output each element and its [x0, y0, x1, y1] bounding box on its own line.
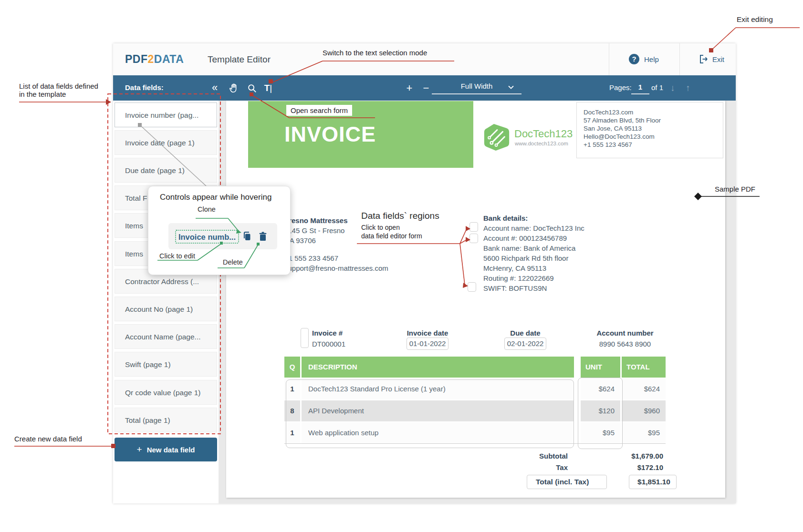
- sidebar-item-invoice-date[interactable]: Invoice date (page 1): [115, 130, 217, 155]
- toolbar: Data fields: « T| + − Full Width Pages: …: [113, 75, 736, 101]
- collapse-sidebar-icon[interactable]: «: [209, 82, 221, 94]
- new-data-field-button[interactable]: +New data field: [115, 438, 217, 461]
- pages-label: Pages:: [609, 83, 632, 92]
- popup-click-to-edit-label: Click to edit: [159, 252, 195, 260]
- annotation-exit-editing: Exit editing: [737, 15, 773, 24]
- table-cell: $624: [622, 379, 666, 399]
- popup-field-pill: Invoice numb...: [168, 223, 277, 249]
- meta-label-account-number: Account number: [577, 329, 673, 337]
- company-url: www.doctech123.com: [515, 141, 568, 146]
- meta-value-account-number: 8990 5643 8900: [577, 340, 673, 348]
- subtotal-value: $1,679.00: [568, 452, 663, 460]
- annotation-data-field-regions: Data fields` regions Click to open data …: [361, 211, 439, 240]
- tax-label: Tax: [472, 463, 568, 471]
- popup-title: Controls appear while hovering: [160, 193, 271, 202]
- field-region-account-no[interactable]: [469, 234, 478, 243]
- pdf2data-logo: PDF2DATA: [125, 53, 184, 66]
- trash-icon: [257, 231, 269, 242]
- table-header-description: DESCRIPTION: [302, 357, 574, 378]
- table-header-total: TOTAL: [622, 357, 666, 378]
- screenshot-stage: PDF2DATA Template Editor ? Help Exit Dat…: [0, 0, 803, 532]
- logo-part-2: 2: [148, 53, 154, 65]
- page-title: Template Editor: [208, 54, 271, 65]
- company-address-box: DocTech123.com 57 Almaden Blvd, 5th Floo…: [576, 102, 723, 158]
- bank-details-block: Bank details: Account name: DocTech123 I…: [483, 213, 636, 293]
- meta-label-invoice-date: Invoice date: [380, 329, 475, 337]
- zoom-out-icon[interactable]: −: [420, 82, 432, 94]
- sidebar-item-account-name[interactable]: Account Name (page...: [115, 324, 217, 349]
- sidebar-item-invoice-number[interactable]: Invoice number (pag...: [115, 102, 217, 127]
- pdf-page: INVOICE DocTech123 www.doctech123.com: [226, 101, 725, 498]
- plus-icon: +: [137, 444, 142, 454]
- field-region-unit-cost-column[interactable]: [578, 378, 623, 449]
- page-up-icon[interactable]: ↑: [682, 82, 694, 94]
- popup-field-name: Invoice numb...: [175, 230, 239, 244]
- text-selection-mode-icon[interactable]: T|: [262, 82, 274, 94]
- pan-hand-icon[interactable]: [228, 82, 240, 94]
- annotation-switch-text-mode: Switch to the text selection mode: [323, 49, 427, 57]
- table-header-unit-cost: UNIT COST: [581, 357, 620, 378]
- header-divider: [609, 43, 609, 75]
- zoom-in-icon[interactable]: +: [403, 82, 416, 94]
- field-region-swift[interactable]: [468, 282, 476, 292]
- meta-value-invoice-no: DT000001: [312, 340, 345, 348]
- sidebar-item-qr-code-value[interactable]: Qr code value (page 1): [115, 380, 217, 405]
- header-divider: [679, 43, 680, 75]
- sidebar-item-swift[interactable]: Swift (page 1): [115, 352, 217, 377]
- logo-part-pdf: PDF: [125, 53, 148, 65]
- red-arrowhead: [106, 99, 111, 105]
- search-icon[interactable]: [246, 82, 258, 94]
- zoom-level-select[interactable]: Full Width: [432, 81, 521, 94]
- field-region-due-date[interactable]: 02-01-2022: [504, 338, 546, 350]
- field-region-items[interactable]: [286, 379, 574, 448]
- meta-label-invoice-no: Invoice #: [312, 329, 343, 337]
- exit-icon[interactable]: [698, 53, 709, 65]
- annotation-create-new-field: Create new data field: [14, 435, 82, 443]
- table-cell: $960: [622, 400, 666, 421]
- field-region-invoice-date[interactable]: 01-01-2022: [407, 338, 448, 350]
- pdf-viewer: INVOICE DocTech123 www.doctech123.com: [219, 101, 736, 503]
- help-button[interactable]: Help: [644, 55, 659, 63]
- controls-hover-popup: Controls appear while hovering Clone Inv…: [148, 186, 291, 275]
- sidebar-item-total[interactable]: Total (page 1): [115, 408, 217, 432]
- sidebar-item-due-date[interactable]: Due date (page 1): [115, 158, 217, 183]
- table-cell: $95: [622, 422, 666, 443]
- field-region-invoice-number[interactable]: [301, 328, 309, 348]
- annotation-open-search: Open search form: [286, 105, 352, 116]
- doctech-logo-icon: [482, 123, 511, 152]
- popup-clone-label: Clone: [198, 205, 216, 213]
- annotation-list-of-fields: List of data fields defined in the templ…: [19, 82, 98, 98]
- sidebar-data-fields: Invoice number (pag... Invoice date (pag…: [113, 101, 219, 503]
- subtotal-label: Subtotal: [472, 452, 568, 460]
- clone-icon: [241, 231, 252, 242]
- invoice-title: INVOICE: [248, 101, 473, 147]
- logo-part-data: DATA: [154, 53, 184, 65]
- page-count-label: of 1: [651, 83, 663, 92]
- page-down-icon[interactable]: ↓: [667, 82, 679, 94]
- chevron-down-icon: [508, 85, 514, 89]
- help-icon[interactable]: ?: [629, 54, 639, 64]
- invoice-banner: INVOICE: [248, 101, 473, 168]
- page-number-input[interactable]: 1: [631, 81, 649, 94]
- field-region-total-value[interactable]: $1,851.10: [629, 475, 677, 489]
- table-header-q: Q: [284, 357, 300, 378]
- meta-label-due-date: Due date: [478, 329, 573, 337]
- annotation-sample-pdf: Sample PDF: [715, 185, 755, 193]
- exit-button[interactable]: Exit: [712, 55, 724, 63]
- data-fields-heading: Data fields:: [125, 83, 164, 92]
- sidebar-item-account-no[interactable]: Account No (page 1): [115, 297, 217, 321]
- field-region-account-name[interactable]: [469, 222, 478, 232]
- company-name: DocTech123: [514, 128, 573, 140]
- tax-value: $172.10: [568, 463, 663, 471]
- popup-delete-label: Delete: [223, 258, 243, 266]
- field-region-total-label[interactable]: Total (incl. Tax): [527, 475, 607, 489]
